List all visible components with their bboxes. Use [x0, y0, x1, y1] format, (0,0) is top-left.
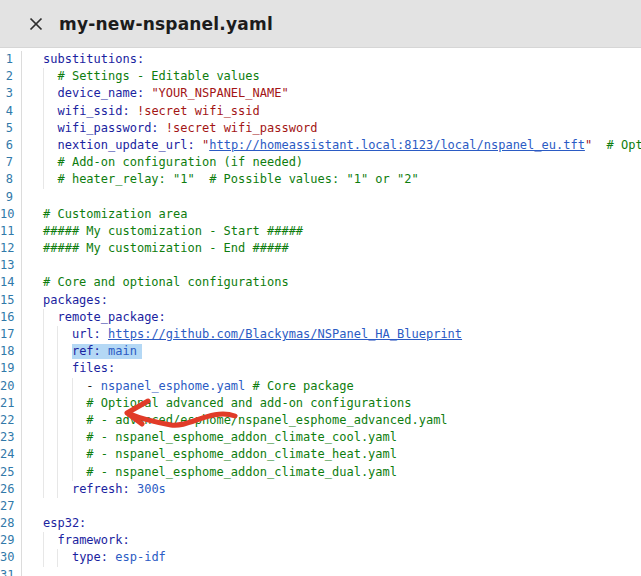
code-line: 19 files: [0, 360, 641, 377]
line-number: 1 [0, 51, 22, 68]
code-line: 6 nextion_update_url: "http://homeassist… [0, 137, 641, 154]
code-line: 2 # Settings - Editable values [0, 68, 641, 85]
code-line: 18 ref: main [0, 343, 641, 360]
code-token: # heater_relay: "1" # Possible values: "… [57, 172, 418, 186]
line-number: 31 [0, 567, 22, 576]
line-number: 22 [0, 412, 22, 429]
line-number: 30 [0, 549, 22, 566]
line-number: 14 [0, 274, 22, 291]
code-token: # Optional advanced and add-on configura… [86, 396, 411, 410]
code-editor[interactable]: 1substitutions:2 # Settings - Editable v… [0, 48, 641, 576]
code-line: 24 # - nspanel_esphome_addon_climate_hea… [0, 446, 641, 463]
code-token: remote_package: [57, 310, 165, 324]
code-token [130, 482, 137, 496]
code-token: - [86, 379, 100, 393]
code-line: 15packages: [0, 292, 641, 309]
line-number: 12 [0, 240, 22, 257]
code-token [43, 310, 57, 324]
line-number: 5 [0, 120, 22, 137]
code-line: 27 [0, 498, 641, 515]
line-number: 24 [0, 446, 22, 463]
code-token: # - advanced/esphome/nspanel_esphome_adv… [86, 413, 447, 427]
code-line: 30 type: esp-idf [0, 549, 641, 566]
code-line: 7 # Add-on configuration (if needed) [0, 154, 641, 171]
code-token: ##### My customization - End ##### [43, 241, 289, 255]
code-token: ##### My customization - Start ##### [43, 224, 303, 238]
code-token: # - nspanel_esphome_addon_climate_dual.y… [86, 465, 397, 479]
code-link[interactable]: https://github.com/Blackymas/NSPanel_HA_… [108, 327, 462, 341]
code-token [43, 396, 86, 410]
code-token: substitutions: [43, 52, 144, 66]
code-token: packages: [43, 293, 108, 307]
line-number: 10 [0, 206, 22, 223]
code-token: esp-idf [115, 550, 166, 564]
code-link[interactable]: http://homeassistant.local:8123/local/ns… [209, 138, 585, 152]
code-token [101, 344, 108, 358]
code-token: # Customization area [43, 207, 188, 221]
code-line: 26 refresh: 300s [0, 481, 641, 498]
line-number: 21 [0, 395, 22, 412]
line-number: 28 [0, 515, 22, 532]
code-token: wifi_ssid: [57, 104, 129, 118]
code-token: # Core and optional configurations [43, 275, 289, 289]
code-line: 28esp32: [0, 515, 641, 532]
close-button[interactable] [26, 14, 46, 34]
code-token: # - nspanel_esphome_addon_climate_cool.y… [86, 430, 397, 444]
line-number: 17 [0, 326, 22, 343]
code-line: 21 # Optional advanced and add-on config… [0, 395, 641, 412]
line-number: 2 [0, 68, 22, 85]
code-token: esp32: [43, 516, 86, 530]
code-line: 10# Customization area [0, 206, 641, 223]
code-token: nextion_update_url: [57, 138, 194, 152]
code-token [101, 327, 108, 341]
code-line: 23 # - nspanel_esphome_addon_climate_coo… [0, 429, 641, 446]
code-token: url: [72, 327, 101, 341]
line-number: 19 [0, 360, 22, 377]
code-token [245, 379, 252, 393]
line-number: 4 [0, 103, 22, 120]
code-token: nspanel_esphome.yaml [101, 379, 246, 393]
line-number: 18 [0, 343, 22, 360]
code-token: # Core package [253, 379, 354, 393]
code-line: 16 remote_package: [0, 309, 641, 326]
line-number: 20 [0, 378, 22, 395]
code-token [43, 86, 57, 100]
code-token [195, 138, 202, 152]
code-line: 3 device_name: "YOUR_NSPANEL_NAME" [0, 85, 641, 102]
code-line: 12##### My customization - End ##### [0, 240, 641, 257]
code-line: 8 # heater_relay: "1" # Possible values:… [0, 171, 641, 188]
code-token: # Settings - Editable values [57, 69, 259, 83]
code-token [43, 465, 86, 479]
code-line: 22 # - advanced/esphome/nspanel_esphome_… [0, 412, 641, 429]
code-token [43, 533, 57, 547]
line-number: 26 [0, 481, 22, 498]
code-token [43, 550, 72, 564]
code-token: ref: [72, 344, 101, 358]
code-token: files: [72, 361, 115, 375]
code-token: # Add-on configuration (if needed) [57, 155, 303, 169]
code-line: 4 wifi_ssid: !secret wifi_ssid [0, 103, 641, 120]
code-token [592, 138, 606, 152]
code-line: 31 [0, 567, 641, 576]
code-token [43, 104, 57, 118]
line-number: 7 [0, 154, 22, 171]
code-token [43, 138, 57, 152]
code-token [43, 155, 57, 169]
line-number: 25 [0, 464, 22, 481]
code-line: 20 - nspanel_esphome.yaml # Core package [0, 378, 641, 395]
code-line: 17 url: https://github.com/Blackymas/NSP… [0, 326, 641, 343]
code-line: 14# Core and optional configurations [0, 274, 641, 291]
code-token [43, 430, 86, 444]
code-line: 29 framework: [0, 532, 641, 549]
code-token: !secret wifi_ssid [137, 104, 260, 118]
code-lines: 1substitutions:2 # Settings - Editable v… [0, 48, 641, 576]
code-token: framework: [57, 533, 129, 547]
code-token: wifi_password: [57, 121, 158, 135]
code-token [43, 344, 72, 358]
line-number: 13 [0, 257, 22, 274]
code-token: !secret wifi_password [166, 121, 318, 135]
line-number: 9 [0, 189, 22, 206]
code-token: device_name: [57, 86, 144, 100]
line-number: 11 [0, 223, 22, 240]
code-token [43, 69, 57, 83]
